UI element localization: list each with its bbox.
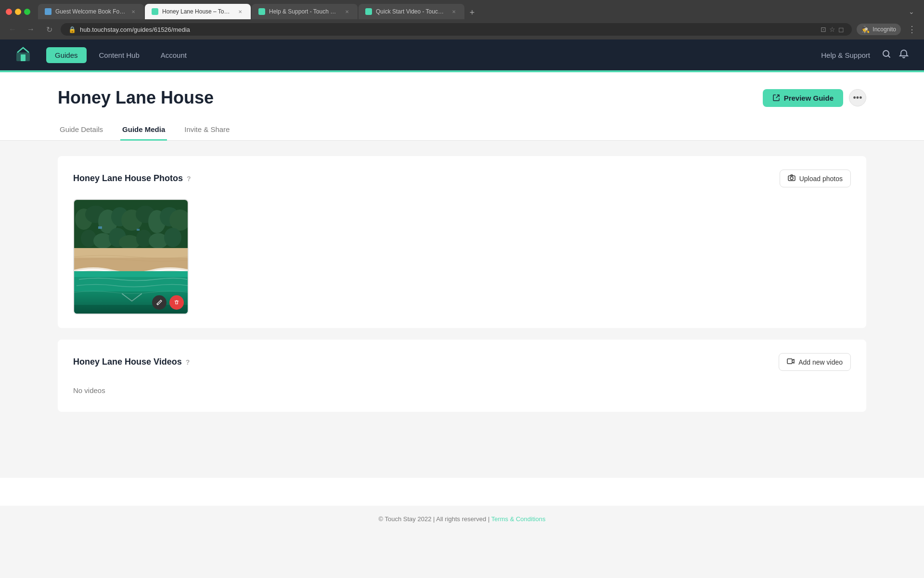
browser-tabs: Guest Welcome Book For Vaca... ✕ Honey L… bbox=[38, 4, 901, 19]
nav-account[interactable]: Account bbox=[152, 47, 195, 63]
photo-edit-button[interactable] bbox=[152, 295, 167, 310]
header-right: Help & Support bbox=[821, 49, 909, 61]
header-nav: Guides Content Hub Account bbox=[46, 47, 195, 63]
svg-rect-25 bbox=[74, 248, 189, 258]
browser-tab-1[interactable]: Guest Welcome Book For Vaca... ✕ bbox=[38, 4, 144, 19]
refresh-button[interactable]: ↻ bbox=[42, 23, 56, 36]
page-actions: Preview Guide ••• bbox=[763, 89, 866, 107]
page-footer: © Touch Stay 2022 | All rights reserved … bbox=[0, 506, 924, 532]
browser-tab-3[interactable]: Help & Support - Touch Stay ✕ bbox=[252, 4, 358, 19]
tab-favicon-1 bbox=[45, 8, 51, 15]
close-traffic-light[interactable] bbox=[6, 9, 12, 15]
search-icon[interactable] bbox=[882, 49, 891, 61]
more-options-button[interactable]: ••• bbox=[849, 89, 866, 106]
browser-tab-4[interactable]: Quick Start Video - Touch Stay ✕ bbox=[359, 4, 464, 19]
tab-label-2: Honey Lane House – Touch St... bbox=[162, 8, 232, 15]
fullscreen-traffic-light[interactable] bbox=[24, 9, 30, 15]
header-icons bbox=[882, 49, 909, 61]
upload-photos-button[interactable]: Upload photos bbox=[780, 170, 851, 187]
traffic-lights bbox=[6, 9, 30, 15]
incognito-icon: 🕵️ bbox=[861, 26, 870, 33]
app-logo[interactable] bbox=[15, 46, 31, 65]
no-videos-text: No videos bbox=[73, 382, 851, 398]
videos-info-icon[interactable]: ? bbox=[186, 358, 190, 366]
address-url: hub.touchstay.com/guides/61526/media bbox=[80, 26, 817, 33]
more-icon: ••• bbox=[853, 93, 862, 103]
tab-label-4: Quick Start Video - Touch Stay bbox=[376, 8, 446, 15]
photos-section: Honey Lane House Photos ? Upload photos bbox=[58, 156, 866, 328]
external-link-icon bbox=[772, 94, 780, 102]
tab-label-3: Help & Support - Touch Stay bbox=[269, 8, 339, 15]
camera-icon bbox=[788, 174, 796, 183]
svg-point-21 bbox=[164, 228, 181, 247]
content-area: Honey Lane House Photos ? Upload photos bbox=[0, 141, 924, 478]
tab-invite-share[interactable]: Invite & Share bbox=[182, 119, 231, 141]
svg-rect-30 bbox=[787, 359, 792, 364]
app-header: Guides Content Hub Account Help & Suppor… bbox=[0, 39, 924, 70]
profile-icon[interactable]: ◻ bbox=[838, 26, 844, 33]
tab-favicon-2 bbox=[152, 8, 158, 15]
svg-point-4 bbox=[790, 177, 793, 180]
photo-item-1 bbox=[73, 199, 189, 315]
bell-icon[interactable] bbox=[899, 49, 909, 61]
lock-icon: 🔒 bbox=[68, 26, 76, 33]
videos-section-header: Honey Lane House Videos ? Add new video bbox=[73, 353, 851, 371]
photos-section-header: Honey Lane House Photos ? Upload photos bbox=[73, 170, 851, 187]
browser-address-bar: ← → ↻ 🔒 hub.touchstay.com/guides/61526/m… bbox=[0, 19, 924, 39]
main-content: Honey Lane House Preview Guide ••• Guide… bbox=[0, 72, 924, 506]
tab-close-3[interactable]: ✕ bbox=[343, 8, 351, 15]
forward-button[interactable]: → bbox=[24, 23, 38, 36]
address-bar[interactable]: 🔒 hub.touchstay.com/guides/61526/media ⊡… bbox=[61, 23, 852, 36]
page-title: Honey Lane House bbox=[58, 88, 214, 108]
preview-guide-label: Preview Guide bbox=[784, 94, 834, 102]
tab-label-1: Guest Welcome Book For Vaca... bbox=[55, 8, 126, 15]
new-tab-button[interactable]: + bbox=[465, 6, 479, 19]
incognito-button[interactable]: 🕵️ Incognito bbox=[857, 24, 901, 35]
photo-action-overlay bbox=[74, 291, 188, 314]
incognito-label: Incognito bbox=[873, 26, 896, 33]
guide-tabs: Guide Details Guide Media Invite & Share bbox=[0, 108, 924, 141]
upload-photos-label: Upload photos bbox=[799, 175, 843, 183]
browser-title-bar: Guest Welcome Book For Vaca... ✕ Honey L… bbox=[0, 0, 924, 19]
photo-delete-button[interactable] bbox=[169, 295, 184, 310]
minimize-traffic-light[interactable] bbox=[15, 9, 21, 15]
trash-icon bbox=[174, 300, 180, 305]
videos-section-title: Honey Lane House Videos ? bbox=[73, 357, 190, 367]
svg-rect-22 bbox=[98, 226, 102, 229]
photos-info-icon[interactable]: ? bbox=[187, 175, 191, 183]
photo-grid bbox=[73, 199, 851, 315]
svg-rect-1 bbox=[21, 54, 26, 61]
browser-menu-button[interactable]: ⋮ bbox=[906, 22, 918, 37]
tab-favicon-4 bbox=[365, 8, 372, 15]
video-icon bbox=[787, 357, 795, 367]
tab-guide-details[interactable]: Guide Details bbox=[58, 119, 105, 141]
terms-link[interactable]: Terms & Conditions bbox=[491, 515, 546, 523]
browser-chrome: Guest Welcome Book For Vaca... ✕ Honey L… bbox=[0, 0, 924, 39]
tab-close-1[interactable]: ✕ bbox=[129, 8, 137, 15]
address-bar-icons: ⊡ ☆ ◻ bbox=[821, 26, 844, 33]
browser-tab-2[interactable]: Honey Lane House – Touch St... ✕ bbox=[145, 4, 251, 19]
back-button[interactable]: ← bbox=[6, 23, 19, 36]
preview-guide-button[interactable]: Preview Guide bbox=[763, 89, 843, 107]
add-new-video-button[interactable]: Add new video bbox=[779, 353, 851, 371]
tab-close-4[interactable]: ✕ bbox=[450, 8, 458, 15]
nav-guides[interactable]: Guides bbox=[46, 47, 87, 63]
videos-section: Honey Lane House Videos ? Add new video … bbox=[58, 340, 866, 412]
photos-section-title: Honey Lane House Photos ? bbox=[73, 173, 191, 184]
footer-copyright: © Touch Stay 2022 | All rights reserved … bbox=[379, 515, 490, 523]
svg-rect-23 bbox=[137, 229, 140, 231]
tab-expand-button[interactable]: ⌄ bbox=[905, 5, 918, 18]
tab-close-2[interactable]: ✕ bbox=[236, 8, 244, 15]
help-support-link[interactable]: Help & Support bbox=[821, 51, 870, 59]
cast-icon[interactable]: ⊡ bbox=[821, 26, 826, 33]
tab-favicon-3 bbox=[258, 8, 265, 15]
page-header: Honey Lane House Preview Guide ••• bbox=[0, 72, 924, 108]
edit-icon bbox=[156, 300, 162, 305]
tab-guide-media[interactable]: Guide Media bbox=[120, 119, 167, 141]
add-new-video-label: Add new video bbox=[798, 358, 843, 366]
nav-content-hub[interactable]: Content Hub bbox=[90, 47, 148, 63]
bookmark-icon[interactable]: ☆ bbox=[829, 26, 835, 33]
